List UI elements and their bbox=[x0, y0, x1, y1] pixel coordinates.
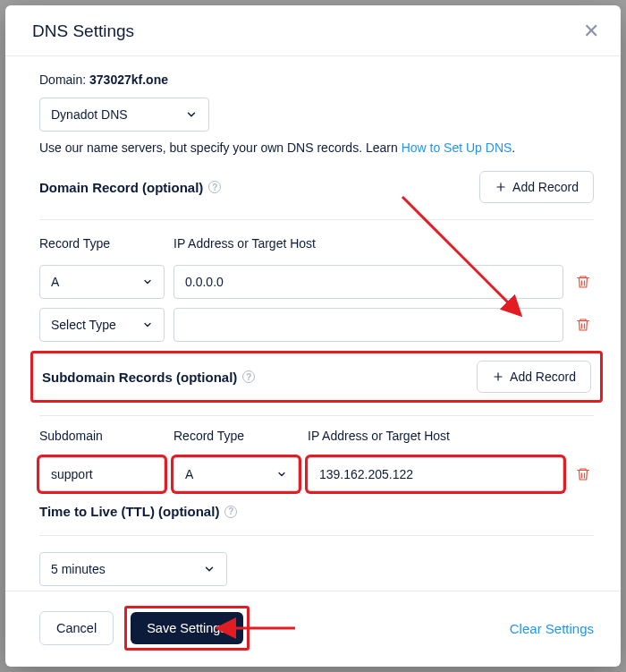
subdomain-record-row: A bbox=[39, 457, 594, 491]
ttl-title: Time to Live (TTL) (optional) ? bbox=[39, 504, 594, 519]
modal-body: Domain: 373027kf.one Dynadot DNS Use our… bbox=[5, 56, 621, 591]
plus-icon bbox=[492, 370, 504, 383]
domain-record-row: Select Type bbox=[39, 308, 594, 342]
help-text: Use our name servers, but specify your o… bbox=[39, 140, 594, 155]
dns-provider-value: Dynadot DNS bbox=[51, 107, 128, 122]
delete-subdomain-row-button[interactable] bbox=[572, 466, 594, 482]
domain-label: Domain: bbox=[39, 72, 86, 87]
subdomain-input[interactable] bbox=[39, 457, 165, 491]
domain-record-column-headers: Record Type IP Address or Target Host bbox=[39, 236, 594, 258]
cancel-button[interactable]: Cancel bbox=[39, 611, 114, 645]
ip-target-input[interactable] bbox=[173, 265, 563, 299]
chevron-down-icon bbox=[203, 563, 216, 575]
chevron-down-icon bbox=[142, 319, 153, 330]
trash-icon bbox=[575, 274, 591, 290]
plus-icon bbox=[495, 181, 507, 193]
close-icon[interactable]: ✕ bbox=[583, 21, 599, 41]
subdomain-record-header: Subdomain Records (optional) ? Add Recor… bbox=[42, 361, 591, 393]
domain-record-row: A bbox=[39, 265, 594, 299]
record-type-select[interactable]: A bbox=[39, 265, 165, 299]
delete-row-button[interactable] bbox=[572, 317, 594, 333]
help-icon[interactable]: ? bbox=[208, 181, 221, 193]
trash-icon bbox=[575, 317, 591, 333]
domain-value: 373027kf.one bbox=[89, 72, 168, 87]
save-settings-button[interactable]: Save Settings bbox=[131, 612, 242, 644]
trash-icon bbox=[575, 466, 591, 482]
ttl-row: 5 minutes Note: Domain propagation can t… bbox=[39, 552, 594, 591]
col-record-type: Record Type bbox=[173, 429, 299, 443]
subdomain-ip-input[interactable] bbox=[308, 457, 563, 491]
domain-line: Domain: 373027kf.one bbox=[39, 72, 594, 87]
dns-provider-select[interactable]: Dynadot DNS bbox=[39, 98, 209, 132]
delete-row-button[interactable] bbox=[572, 274, 594, 290]
subdomain-record-type-select[interactable]: A bbox=[173, 457, 299, 491]
subdomain-section-highlight: Subdomain Records (optional) ? Add Recor… bbox=[30, 351, 603, 403]
chevron-down-icon bbox=[276, 469, 287, 480]
domain-record-title: Domain Record (optional) ? bbox=[39, 180, 221, 195]
col-subdomain: Subdomain bbox=[39, 429, 165, 443]
add-domain-record-button[interactable]: Add Record bbox=[479, 171, 594, 203]
help-link[interactable]: How to Set Up DNS bbox=[402, 140, 512, 155]
modal-header: DNS Settings ✕ bbox=[5, 5, 621, 56]
ip-target-input[interactable] bbox=[173, 308, 563, 342]
subdomain-column-headers: Subdomain Record Type IP Address or Targ… bbox=[39, 429, 594, 450]
modal-footer: Cancel Save Settings Clear Settings bbox=[5, 591, 621, 667]
col-record-type: Record Type bbox=[39, 236, 165, 251]
record-type-select[interactable]: Select Type bbox=[39, 308, 165, 342]
col-ip-target: IP Address or Target Host bbox=[308, 429, 563, 443]
dns-settings-modal: DNS Settings ✕ Domain: 373027kf.one Dyna… bbox=[5, 5, 621, 667]
modal-title: DNS Settings bbox=[32, 21, 134, 41]
col-ip-target: IP Address or Target Host bbox=[173, 236, 563, 251]
ttl-select[interactable]: 5 minutes bbox=[39, 552, 227, 586]
subdomain-record-title: Subdomain Records (optional) ? bbox=[42, 370, 255, 385]
domain-record-header: Domain Record (optional) ? Add Record bbox=[39, 171, 594, 203]
save-button-highlight: Save Settings bbox=[124, 606, 249, 651]
help-icon[interactable]: ? bbox=[242, 370, 255, 383]
clear-settings-button[interactable]: Clear Settings bbox=[510, 621, 594, 636]
add-subdomain-record-button[interactable]: Add Record bbox=[477, 361, 591, 393]
chevron-down-icon bbox=[185, 108, 198, 121]
help-icon[interactable]: ? bbox=[224, 506, 237, 518]
chevron-down-icon bbox=[142, 276, 153, 287]
